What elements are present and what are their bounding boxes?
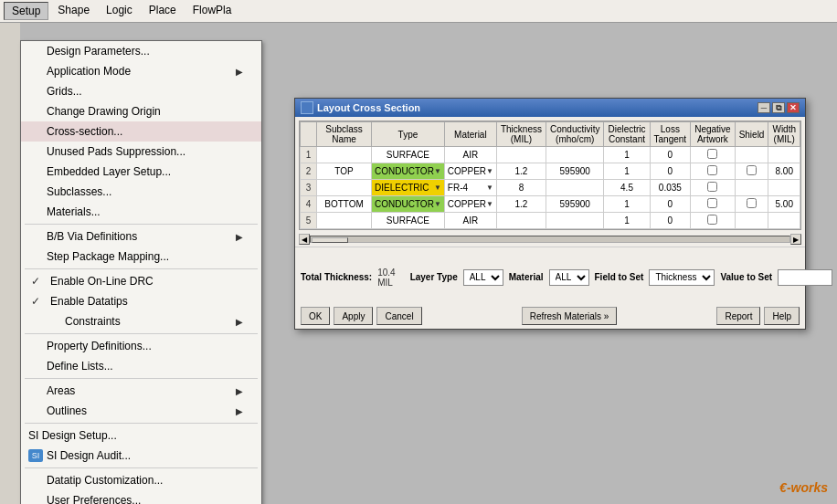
type-dropdown-arrow-2[interactable]: ▼ xyxy=(434,167,441,175)
cell-row2-type[interactable]: CONDUCTOR ▼ xyxy=(372,163,445,180)
cell-row4-material[interactable]: COPPER ▼ xyxy=(444,196,496,213)
menu-item-materials[interactable]: Materials... xyxy=(21,202,261,222)
menu-item-enable-datatips[interactable]: ✓ Enable Datatips xyxy=(21,291,261,311)
menu-item-enable-drc[interactable]: ✓ Enable On-Line DRC xyxy=(21,271,261,291)
menu-item-datatip-custom[interactable]: Datatip Customization... xyxy=(21,470,261,490)
cell-row4-thickness: 1.2 xyxy=(496,196,546,213)
cancel-button[interactable]: Cancel xyxy=(376,307,421,325)
lcs-window: Layout Cross Section ─ ⧉ ✕ Subclass Name… xyxy=(294,98,806,330)
col-header-type: Type xyxy=(372,122,445,147)
hscroll-thumb[interactable] xyxy=(312,237,348,243)
menu-item-grids[interactable]: Grids... xyxy=(21,81,261,101)
menu-shape[interactable]: Shape xyxy=(50,2,97,20)
cell-row1-negative[interactable] xyxy=(691,147,735,163)
menu-flowpla[interactable]: FlowPla xyxy=(185,2,239,20)
apply-button[interactable]: Apply xyxy=(334,307,373,325)
menu-item-unused-pads[interactable]: Unused Pads Suppression... xyxy=(21,142,261,162)
hscroll-left-btn[interactable]: ◀ xyxy=(299,234,310,245)
menu-item-cross-section[interactable]: Cross-section... xyxy=(21,121,261,142)
menu-item-design-parameters[interactable]: Design Parameters... xyxy=(21,41,261,61)
cell-row2-thickness: 1.2 xyxy=(496,163,546,180)
col-header-conductivity: Conductivity(mho/cm) xyxy=(546,122,603,147)
material-dropdown-arrow-4[interactable]: ▼ xyxy=(486,200,493,208)
menu-item-define-lists[interactable]: Define Lists... xyxy=(21,356,261,376)
cell-row2-negative[interactable] xyxy=(691,163,735,180)
material-dropdown-arrow-3[interactable]: ▼ xyxy=(486,184,493,192)
table-row: 5 SURFACE AIR 1 0 xyxy=(301,213,800,229)
type-dropdown-arrow-4[interactable]: ▼ xyxy=(434,200,441,208)
help-button[interactable]: Help xyxy=(764,307,800,325)
menu-item-si-setup[interactable]: SI Design Setup... xyxy=(21,425,261,446)
check-row3-negative[interactable] xyxy=(707,182,717,192)
minimize-button[interactable]: ─ xyxy=(758,102,770,113)
menu-place[interactable]: Place xyxy=(142,2,184,20)
menu-item-outlines[interactable]: Outlines ▶ xyxy=(21,401,261,421)
material-dropdown-arrow-2[interactable]: ▼ xyxy=(486,167,493,175)
value-to-set-input[interactable] xyxy=(778,269,832,286)
menu-item-user-prefs[interactable]: User Preferences... xyxy=(21,490,261,504)
menu-item-application-mode[interactable]: Application Mode ▶ xyxy=(21,61,261,81)
watermark: €-works xyxy=(779,480,828,495)
type-dropdown-arrow-3[interactable]: ▼ xyxy=(434,184,441,192)
check-row2-negative[interactable] xyxy=(707,165,717,175)
separator-5 xyxy=(25,423,258,424)
menu-item-subclasses[interactable]: Subclasses... xyxy=(21,182,261,202)
cell-row2-shield[interactable] xyxy=(735,163,768,180)
si-icon: SI xyxy=(28,449,43,462)
layer-type-label: Layer Type xyxy=(410,272,458,282)
cell-row4-loss: 0 xyxy=(650,196,691,213)
check-row2-shield[interactable] xyxy=(747,165,757,175)
setup-dropdown-menu: Design Parameters... Application Mode ▶ … xyxy=(20,40,262,504)
cell-row1-material: AIR xyxy=(444,147,496,163)
cell-row3-material[interactable]: FR-4 ▼ xyxy=(444,180,496,196)
lcs-buttons-row: OK Apply Cancel Refresh Materials » Repo… xyxy=(301,307,800,325)
hscroll-right-btn[interactable]: ▶ xyxy=(790,234,801,245)
separator-3 xyxy=(25,333,258,334)
main-area: Design Parameters... Application Mode ▶ … xyxy=(20,20,837,504)
menu-item-embedded-layer[interactable]: Embedded Layer Setup... xyxy=(21,162,261,182)
separator-4 xyxy=(25,378,258,379)
close-button[interactable]: ✕ xyxy=(787,102,800,113)
menu-bar: Setup Shape Logic Place FlowPla xyxy=(0,0,837,23)
hscroll-track[interactable] xyxy=(310,236,790,243)
cell-row5-shield[interactable] xyxy=(735,213,768,229)
check-row4-shield[interactable] xyxy=(747,198,757,208)
cell-row3-type[interactable]: DIELECTRIC ▼ xyxy=(372,180,445,196)
cell-row4-negative[interactable] xyxy=(691,196,735,213)
separator-1 xyxy=(25,224,258,225)
cell-row4-type[interactable]: CONDUCTOR ▼ xyxy=(372,196,445,213)
menu-item-si-audit[interactable]: SI SI Design Audit... xyxy=(21,446,261,466)
layer-type-select[interactable]: ALL xyxy=(463,269,503,286)
cell-row4-shield[interactable] xyxy=(735,196,768,213)
report-button[interactable]: Report xyxy=(716,307,760,325)
lcs-center-buttons: Refresh Materials » xyxy=(522,307,618,325)
cell-row3-width xyxy=(768,180,800,196)
menu-item-property-defs[interactable]: Property Definitions... xyxy=(21,336,261,356)
field-to-set-label: Field to Set xyxy=(595,272,644,282)
refresh-materials-button[interactable]: Refresh Materials » xyxy=(522,307,618,325)
menu-item-constraints[interactable]: Constraints ▶ xyxy=(21,311,261,331)
cell-row3-shield[interactable] xyxy=(735,180,768,196)
cell-row1-loss: 0 xyxy=(650,147,691,163)
cell-row1-shield[interactable] xyxy=(735,147,768,163)
cell-row5-negative[interactable] xyxy=(691,213,735,229)
cell-row3-negative[interactable] xyxy=(691,180,735,196)
check-row1-negative[interactable] xyxy=(707,149,717,159)
menu-setup[interactable]: Setup xyxy=(4,2,48,20)
check-row4-negative[interactable] xyxy=(707,198,717,208)
restore-button[interactable]: ⧉ xyxy=(772,102,785,113)
field-to-set-select[interactable]: Thickness xyxy=(649,269,715,286)
ok-button[interactable]: OK xyxy=(301,307,330,325)
cell-row1-thickness xyxy=(496,147,546,163)
menu-item-bb-via[interactable]: B/B Via Definitions ▶ xyxy=(21,226,261,247)
cell-row2-material[interactable]: COPPER ▼ xyxy=(444,163,496,180)
table-row: 1 SURFACE AIR 1 0 xyxy=(301,147,800,163)
menu-item-areas[interactable]: Areas ▶ xyxy=(21,381,261,401)
cell-row5-thickness xyxy=(496,213,546,229)
material-select[interactable]: ALL xyxy=(549,269,589,286)
cell-row1-width xyxy=(768,147,800,163)
menu-item-step-package[interactable]: Step Package Mapping... xyxy=(21,247,261,267)
check-row5-negative[interactable] xyxy=(707,215,717,225)
menu-item-change-drawing-origin[interactable]: Change Drawing Origin xyxy=(21,101,261,121)
menu-logic[interactable]: Logic xyxy=(99,2,140,20)
